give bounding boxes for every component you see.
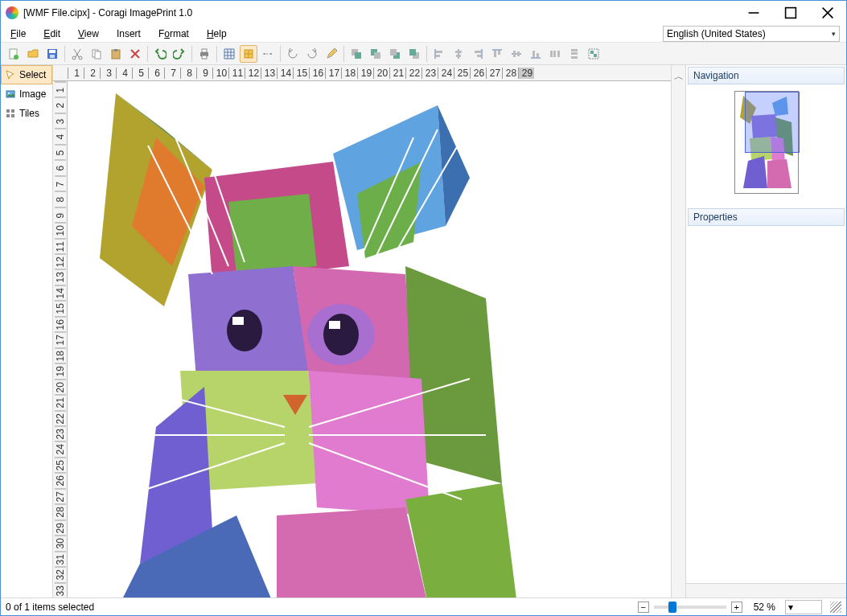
sidebar-tiles-label: Tiles — [19, 108, 39, 119]
ruler-tick: 28 — [502, 68, 518, 79]
send-back-button[interactable] — [347, 45, 365, 63]
guides-button[interactable] — [259, 45, 277, 63]
app-icon — [6, 6, 19, 19]
canvas[interactable] — [68, 81, 671, 598]
svg-rect-40 — [557, 51, 560, 57]
svg-point-74 — [323, 314, 359, 355]
ruler-tick: 18 — [55, 347, 66, 363]
panel-collapse-toggle[interactable]: ︿ — [671, 65, 685, 598]
sidebar-item-select[interactable]: Select — [1, 65, 52, 84]
tiles-icon — [5, 108, 16, 119]
svg-rect-23 — [390, 49, 397, 55]
ruler-guides-icon — [261, 47, 274, 60]
delete-button[interactable] — [126, 45, 144, 63]
zoom-in-button[interactable]: + — [731, 602, 742, 613]
align-right-button[interactable] — [469, 45, 487, 63]
ruler-tick: 7 — [55, 175, 66, 191]
svg-rect-72 — [232, 317, 244, 325]
rotate-left-button[interactable] — [284, 45, 302, 63]
align-right-icon — [471, 47, 484, 60]
menu-help[interactable]: Help — [204, 27, 230, 41]
ruler-tick: 25 — [55, 457, 66, 472]
save-button[interactable] — [43, 45, 61, 63]
window-buttons — [735, 1, 846, 25]
svg-rect-13 — [202, 49, 207, 52]
bring-front-button[interactable] — [405, 45, 423, 63]
stretch-button[interactable] — [240, 45, 257, 63]
menu-file[interactable]: File — [7, 27, 29, 41]
open-button[interactable] — [24, 45, 42, 63]
distribute-v-icon — [568, 47, 581, 60]
svg-rect-34 — [513, 51, 516, 57]
zoom-control: − + 52 % ▾ — [638, 600, 841, 614]
bring-forward-button[interactable] — [386, 45, 404, 63]
svg-rect-21 — [374, 52, 380, 59]
pencil-button[interactable] — [323, 45, 340, 63]
resize-grip-icon[interactable] — [830, 602, 841, 613]
menu-view[interactable]: View — [75, 27, 102, 41]
close-button[interactable] — [809, 1, 846, 25]
ruler-tick: 15 — [55, 300, 66, 315]
svg-rect-14 — [202, 55, 207, 59]
ruler-tick: 18 — [341, 68, 357, 79]
zoom-slider-thumb[interactable] — [668, 602, 676, 613]
rotate-right-button[interactable] — [303, 45, 321, 63]
redo-button[interactable] — [171, 45, 188, 63]
grid-button[interactable] — [220, 45, 238, 63]
svg-marker-83 — [743, 156, 767, 188]
ruler-tick: 16 — [55, 316, 66, 331]
menu-edit[interactable]: Edit — [40, 27, 64, 41]
ruler-tick: 25 — [454, 68, 470, 79]
menu-format[interactable]: Format — [155, 27, 192, 41]
ruler-tick: 4 — [116, 68, 132, 79]
canvas-area: 1234567891011121314151617181920212223242… — [53, 65, 671, 598]
align-middle-button[interactable] — [508, 45, 525, 63]
rotate-left-icon — [286, 47, 299, 60]
chevron-down-icon: ▾ — [832, 30, 836, 38]
sidebar-item-image[interactable]: Image — [1, 84, 52, 104]
cut-button[interactable] — [68, 45, 86, 63]
print-icon — [198, 47, 211, 60]
align-center-button[interactable] — [450, 45, 467, 63]
undo-button[interactable] — [151, 45, 169, 63]
svg-rect-33 — [498, 51, 500, 55]
align-left-button[interactable] — [430, 45, 448, 63]
new-button[interactable] — [5, 45, 23, 63]
svg-rect-19 — [355, 52, 361, 59]
copy-button[interactable] — [88, 45, 105, 63]
ruler-tick: 30 — [55, 535, 66, 550]
properties-panel-body — [686, 228, 846, 583]
svg-point-71 — [227, 310, 262, 351]
distribute-v-button[interactable] — [565, 45, 583, 63]
print-button[interactable] — [195, 45, 213, 63]
horizontal-ruler[interactable]: 1234567891011121314151617181920212223242… — [53, 65, 671, 81]
vertical-ruler[interactable]: 1234567891011121314151617181920212223242… — [53, 81, 68, 598]
ruler-tick: 13 — [261, 68, 277, 79]
navigation-panel-header[interactable]: Navigation — [688, 67, 845, 84]
zoom-slider[interactable] — [654, 606, 726, 609]
ruler-tick: 6 — [55, 159, 66, 175]
maximize-button[interactable] — [772, 1, 809, 25]
align-middle-icon — [510, 47, 523, 60]
properties-panel-header[interactable]: Properties — [688, 208, 845, 226]
navigation-thumbnail[interactable] — [734, 91, 799, 194]
align-top-button[interactable] — [488, 45, 506, 63]
ruler-tick: 20 — [55, 379, 66, 394]
panel-scrollbar[interactable] — [686, 583, 846, 598]
paste-button[interactable] — [107, 45, 125, 63]
minimize-button[interactable] — [735, 1, 772, 25]
sidebar-item-tiles[interactable]: Tiles — [1, 104, 52, 123]
align-bottom-button[interactable] — [527, 45, 545, 63]
distribute-h-button[interactable] — [546, 45, 564, 63]
ruler-tick: 21 — [389, 68, 405, 79]
group-button[interactable] — [585, 45, 602, 63]
language-select[interactable]: English (United States) ▾ — [663, 26, 840, 42]
send-backward-button[interactable] — [367, 45, 384, 63]
ruler-tick: 1 — [55, 81, 66, 97]
zoom-out-button[interactable]: − — [638, 602, 649, 613]
navigation-viewport[interactable] — [745, 92, 800, 153]
menu-insert[interactable]: Insert — [113, 27, 144, 41]
zoom-dropdown[interactable]: ▾ — [785, 600, 822, 614]
ruler-tick: 15 — [293, 68, 309, 79]
ruler-tick: 17 — [55, 331, 66, 347]
